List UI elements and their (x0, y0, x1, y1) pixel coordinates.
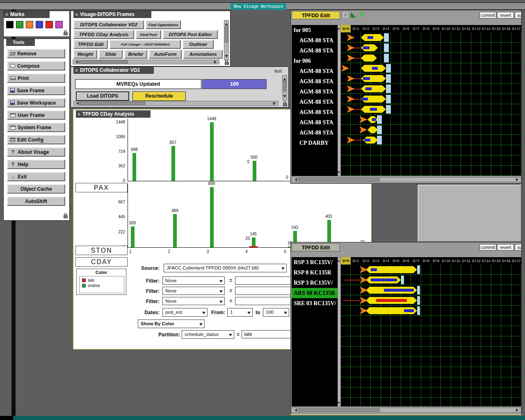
link-line[interactable] (354, 140, 363, 141)
gantt-row-label-for-006[interactable]: for 006 (292, 56, 338, 66)
dates-select[interactable]: pod_est (162, 308, 208, 317)
commit-button[interactable]: commit (479, 244, 496, 251)
tools-panel-title[interactable]: Tools (6, 39, 35, 46)
gantt-row-label-sre-03-rc135v[interactable]: SRE 03 RC135V/ (292, 298, 338, 308)
start-marker-icon[interactable] (347, 44, 355, 51)
movement-bar[interactable] (370, 108, 377, 111)
link-line[interactable] (354, 109, 361, 110)
start-marker-icon[interactable] (360, 287, 368, 294)
frame-button-slide[interactable]: Slide (99, 50, 123, 59)
filter-select-3[interactable]: None (162, 297, 225, 305)
frame-button-ditops-collaborator-vd2[interactable]: DITOPS Collaborator VD2 (73, 20, 144, 29)
gantt-row-label-agm-88-sta[interactable]: AGM-88 STA (292, 128, 338, 138)
row-scrollbar[interactable] (338, 25, 341, 176)
start-marker-icon[interactable] (347, 75, 355, 82)
scrollbar-thumb[interactable] (79, 60, 128, 64)
allocation-bar[interactable] (417, 265, 420, 274)
scroll-down-icon[interactable] (338, 171, 340, 175)
tpfdd-edit-title[interactable]: TPFDD Edit (292, 11, 340, 19)
start-marker-icon[interactable] (347, 85, 355, 92)
scrollbar-thumb[interactable] (298, 409, 380, 412)
gantt-row-label-agm-88-sta[interactable]: AGM-88 STA (292, 46, 338, 56)
mark-swatch-red[interactable] (46, 21, 53, 28)
frame-button-find-operations[interactable]: Find Operations (146, 20, 181, 29)
link-line[interactable] (354, 89, 361, 89)
tools-button-about-visage[interactable]: ?About Visage (7, 147, 65, 157)
movement-bar[interactable] (365, 87, 372, 90)
frame-button-find-port[interactable]: Find Port (136, 30, 161, 39)
gantt-row-label-agm-88-sta[interactable]: AGM-88 STA (292, 87, 338, 97)
start-marker-icon[interactable] (360, 276, 368, 283)
start-marker-icon[interactable] (360, 297, 368, 304)
source-select[interactable]: JFACC Cyberland TPFDD 0900X (t4x27.b8) (164, 264, 287, 272)
scroll-up-icon[interactable] (338, 26, 340, 30)
tools-button-edit-config[interactable]: Edit Config (7, 135, 65, 144)
vertical-scrollbar[interactable] (224, 20, 229, 60)
scroll-left-icon[interactable] (293, 409, 297, 412)
horizontal-scrollbar[interactable] (73, 59, 219, 64)
movement-bar[interactable] (364, 139, 370, 142)
filter-value-input-1[interactable] (235, 276, 293, 285)
link-line[interactable] (354, 58, 361, 59)
tools-button-system-frame[interactable]: System Frame (7, 123, 65, 132)
scroll-down-icon[interactable] (338, 402, 340, 405)
allocation-bar[interactable] (417, 296, 420, 305)
frame-button-ditops-port-editor[interactable]: DITOPS Port Editor (163, 30, 218, 39)
scroll-left-icon[interactable] (293, 178, 297, 181)
gantt-row-label-agm-88-sta[interactable]: AGM-88 STA (292, 35, 338, 46)
load-ditops-button[interactable]: Load DITOPS (76, 91, 129, 101)
green-triangle-down-icon[interactable] (351, 12, 356, 18)
window-menu-icon[interactable] (5, 13, 9, 16)
frame-button-briefer[interactable]: Briefer (124, 50, 147, 59)
horizontal-scrollbar[interactable] (292, 408, 521, 413)
start-marker-icon[interactable] (347, 106, 355, 113)
movement-bar[interactable] (368, 36, 374, 39)
gantt-row-label-cp-darby[interactable]: CP DARBY (292, 138, 338, 148)
allocation-bar[interactable] (384, 54, 389, 62)
tools-button-compose[interactable]: Compose (7, 61, 65, 71)
allocation-bar[interactable] (386, 64, 391, 73)
start-marker-icon[interactable] (341, 65, 349, 72)
scroll-right-icon[interactable] (516, 178, 520, 181)
movement-bar[interactable] (371, 278, 397, 281)
mark-swatch-green[interactable] (16, 21, 23, 28)
frame-button-weight[interactable]: Weight (73, 50, 97, 59)
tools-button-save-frame[interactable]: Save Frame (7, 86, 65, 95)
task-bar[interactable] (368, 126, 378, 133)
mark-swatch-orange[interactable] (26, 21, 33, 28)
frame-button-autoform[interactable]: AutoForm (149, 50, 182, 59)
movement-bar[interactable] (372, 67, 378, 70)
vertical-scrollbar[interactable] (282, 75, 287, 100)
gantt-row-label-rsp-3-rc135v[interactable]: RSP 3 RC135V/ (292, 257, 338, 267)
submit-button[interactable]: su (515, 244, 522, 251)
frame-button-poe-changer-drop-demands[interactable]: POE Changer -- DROP DEMANDS (110, 40, 181, 49)
gantt-row-label-agm-88-sta[interactable]: AGM-88 STA (292, 97, 338, 107)
gantt-row-label-agm-88-sta[interactable]: AGM-88 STA (292, 66, 338, 76)
allocation-bar[interactable] (386, 84, 391, 93)
movement-bar[interactable] (404, 309, 414, 312)
window-menu-icon[interactable] (75, 13, 78, 16)
frame-button-outliner[interactable]: Outliner (183, 40, 214, 49)
allocation-bar[interactable] (384, 33, 389, 42)
partition-select[interactable]: schedule_status (182, 330, 234, 339)
allocation-bar[interactable] (386, 74, 391, 83)
tools-button-print[interactable]: Print (7, 73, 65, 83)
filter-value-input-2[interactable] (235, 287, 293, 295)
movement-bar[interactable] (384, 289, 414, 292)
tools-button-object-cache[interactable]: Object Cache (7, 184, 65, 194)
tools-button-user-frame[interactable]: User Frame (7, 110, 65, 120)
tools-button-save-workspace[interactable]: Save Workspace (7, 98, 65, 107)
tools-button-exit[interactable]: →Exit (7, 172, 65, 181)
window-menu-icon[interactable] (75, 68, 78, 72)
scroll-up-icon[interactable] (225, 21, 228, 25)
allocation-bar[interactable] (386, 95, 391, 103)
scrollbar-thumb[interactable] (298, 178, 380, 181)
scrollbar-thumb[interactable] (225, 26, 228, 43)
horizontal-scrollbar[interactable] (292, 177, 521, 182)
late-bar[interactable] (376, 299, 407, 302)
movement-bar[interactable] (363, 77, 370, 80)
tools-button-help[interactable]: ?Help (7, 160, 65, 169)
show-by-select[interactable]: Show By Color (138, 320, 205, 328)
to-select[interactable]: 100 (263, 308, 289, 317)
scroll-right-icon[interactable] (214, 60, 218, 64)
